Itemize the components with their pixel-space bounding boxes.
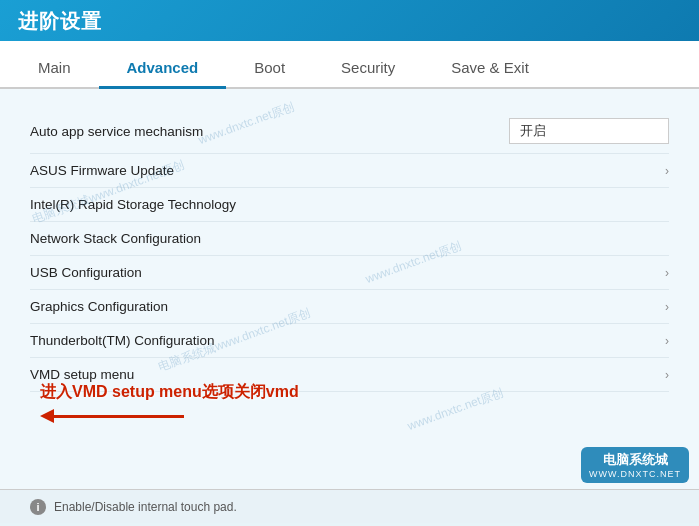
- annotation-arrow: [40, 409, 299, 423]
- menu-item-network-stack[interactable]: Network Stack Configuration: [30, 222, 669, 256]
- info-icon: i: [30, 499, 46, 515]
- menu-item-usb-config[interactable]: USB Configuration ›: [30, 256, 669, 290]
- chevron-right-icon-vmd: ›: [665, 368, 669, 382]
- menu-item-vmd-setup[interactable]: VMD setup menu ›: [30, 358, 669, 392]
- menu-item-intel-rapid[interactable]: Intel(R) Rapid Storage Technology: [30, 188, 669, 222]
- tab-main[interactable]: Main: [10, 49, 99, 89]
- bottom-bar: i Enable/Disable internal touch pad.: [0, 489, 699, 523]
- chevron-right-icon-thunderbolt: ›: [665, 334, 669, 348]
- menu-list: Auto app service mechanism 开启 ASUS Firmw…: [0, 109, 699, 392]
- menu-item-thunderbolt-config-label: Thunderbolt(TM) Configuration: [30, 333, 215, 348]
- arrow-head-icon: [40, 409, 54, 423]
- chevron-right-icon-graphics: ›: [665, 300, 669, 314]
- chevron-right-icon-usb: ›: [665, 266, 669, 280]
- menu-item-intel-rapid-label: Intel(R) Rapid Storage Technology: [30, 197, 236, 212]
- chevron-right-icon: ›: [665, 164, 669, 178]
- menu-item-network-stack-label: Network Stack Configuration: [30, 231, 201, 246]
- brand-main-text: 电脑系统城: [589, 451, 681, 469]
- bottom-bar-text: Enable/Disable internal touch pad.: [54, 500, 237, 514]
- menu-item-auto-app[interactable]: Auto app service mechanism 开启: [30, 109, 669, 154]
- title-bar: 进阶设置: [0, 0, 699, 41]
- tab-boot[interactable]: Boot: [226, 49, 313, 89]
- tab-save-exit[interactable]: Save & Exit: [423, 49, 557, 89]
- tab-advanced[interactable]: Advanced: [99, 49, 227, 89]
- menu-item-usb-config-label: USB Configuration: [30, 265, 142, 280]
- menu-item-asus-firmware-label: ASUS Firmware Update: [30, 163, 174, 178]
- brand-sub-text: WWW.DNXTC.NET: [589, 469, 681, 479]
- page-title: 进阶设置: [18, 8, 102, 35]
- menu-item-vmd-setup-label: VMD setup menu: [30, 367, 134, 382]
- watermark-5: www.dnxtc.net原创: [406, 385, 507, 436]
- arrow-line: [54, 415, 184, 418]
- menu-item-auto-app-label: Auto app service mechanism: [30, 124, 203, 139]
- menu-item-graphics-config-label: Graphics Configuration: [30, 299, 168, 314]
- menu-item-asus-firmware[interactable]: ASUS Firmware Update ›: [30, 154, 669, 188]
- tab-security[interactable]: Security: [313, 49, 423, 89]
- menu-item-auto-app-value[interactable]: 开启: [509, 118, 669, 144]
- tab-bar: Main Advanced Boot Security Save & Exit: [0, 41, 699, 89]
- brand-badge: 电脑系统城 WWW.DNXTC.NET: [581, 447, 689, 483]
- content-area: www.dnxtc.net原创 电脑系统城www.dnxtc.net原创 www…: [0, 89, 699, 523]
- menu-item-graphics-config[interactable]: Graphics Configuration ›: [30, 290, 669, 324]
- menu-item-thunderbolt-config[interactable]: Thunderbolt(TM) Configuration ›: [30, 324, 669, 358]
